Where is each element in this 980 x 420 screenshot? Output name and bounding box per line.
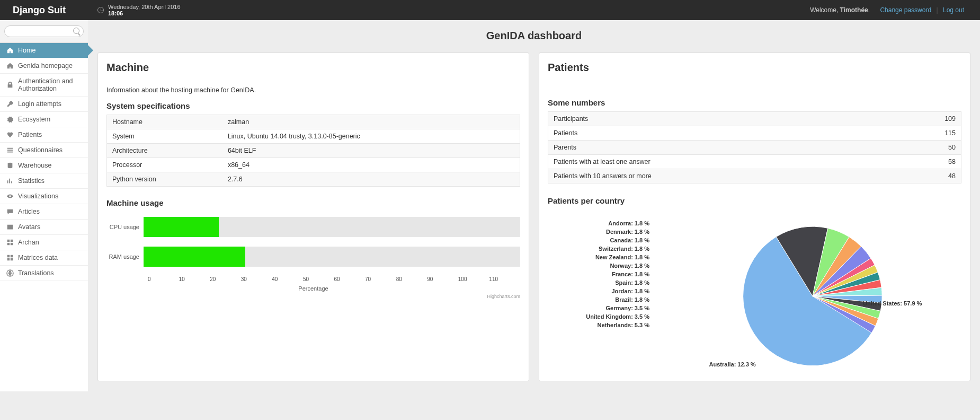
nav-label: Matrices data [18,254,58,261]
db-icon [6,162,14,169]
bar-row: RAM usage [106,247,520,267]
search-wrap [0,20,88,43]
bar-label: CPU usage [106,224,144,230]
search-input[interactable] [4,25,84,37]
nav-label: Avatars [18,223,40,231]
numbers-table: Participants109Patients115Parents50Patie… [548,111,961,183]
brand: Django Suit [13,5,97,16]
key-icon [6,100,14,108]
time-text: 18:06 [108,10,123,16]
nav-articles[interactable]: Articles [0,204,88,220]
number-val: 58 [930,155,961,169]
logout-link[interactable]: Log out [943,6,964,14]
nav-archan[interactable]: Archan [0,235,88,250]
spec-row: Hostnamezalman [107,115,520,129]
pie-label: Switzerland: 1.8 % [548,246,649,252]
number-val: 50 [930,141,961,155]
nav-patients[interactable]: Patients [0,127,88,143]
machine-title: Machine [106,62,520,74]
number-val: 109 [930,112,961,126]
change-password-link[interactable]: Change password [880,6,931,14]
nav-matrices-data[interactable]: Matrices data [0,250,88,266]
list-icon [6,146,14,154]
nav-visualizations[interactable]: Visualizations [0,189,88,204]
spec-row: SystemLinux, Ubuntu 14.04 trusty, 3.13.0… [107,129,520,144]
eye-icon [6,192,14,200]
chart-credit: Highcharts.com [106,294,520,299]
nav-label: Login attempts [18,100,61,108]
nav-questionnaires[interactable]: Questionnaires [0,143,88,158]
page-title: GenIDA dashboard [97,30,970,42]
number-key: Parents [548,141,930,155]
spec-key: Processor [107,158,222,172]
image-icon [6,223,14,231]
date-text: Wednesday, 20th April 2016 [108,4,181,10]
pie-label: Netherlands: 5.3 % [548,322,649,328]
nav-label: Questionnaires [18,146,63,154]
spec-row: Processorx86_64 [107,158,520,172]
user-area: Welcome, Timothée. Change password | Log… [810,6,967,14]
spec-key: Hostname [107,115,222,129]
nav-ecosystem[interactable]: Ecosystem [0,112,88,127]
pie-label: France: 1.8 % [548,271,649,277]
clock-icon [97,7,104,13]
bar-fill [144,247,245,267]
bars-icon [6,177,14,185]
spec-key: Python version [107,172,222,187]
grid-icon [6,239,14,246]
heart-icon [6,131,14,138]
pie-label: Denmark: 1.8 % [548,229,649,235]
machine-info: Information about the hosting machine fo… [106,86,520,94]
home-icon [6,62,14,69]
nav-genida-homepage[interactable]: Genida homepage [0,58,88,74]
grid-icon [6,254,14,261]
nav-label: Authentication and Authorization [18,77,82,92]
nav-label: Home [18,47,35,54]
nav-avatars[interactable]: Avatars [0,220,88,235]
nav-login-attempts[interactable]: Login attempts [0,97,88,112]
pie-label: Andorra: 1.8 % [548,220,649,226]
bar-track [144,217,520,237]
patients-title: Patients [548,62,961,74]
sidebar: HomeGenida homepageAuthentication and Au… [0,20,88,391]
number-row: Participants109 [548,112,961,126]
nav-label: Articles [18,208,40,215]
nav-label: Archan [18,239,39,246]
user-name: Timothée [840,6,868,14]
nav-label: Statistics [18,177,44,185]
nav-label: Genida homepage [18,62,73,69]
bar-axis: 0102030405060708090100110 [148,276,520,282]
usage-title: Machine usage [106,198,520,207]
bar-row: CPU usage [106,217,520,237]
nav-label: Ecosystem [18,116,50,123]
number-row: Patients with at least one answer58 [548,155,961,169]
bar-track [144,247,520,267]
globe-icon [6,269,14,277]
spec-title: System specifications [106,101,520,110]
pie-labels: Andorra: 1.8 %Denmark: 1.8 %Canada: 1.8 … [548,212,654,372]
nav-label: Translations [18,269,54,277]
nav-label: Patients [18,131,42,138]
pie-label-au: Australia: 12.3 % [709,361,756,368]
bar-label: RAM usage [106,253,144,260]
bar-chart: CPU usageRAM usage0102030405060708090100… [106,217,520,299]
patients-panel: Patients Some numbers Participants109Pat… [539,52,970,381]
content: GenIDA dashboard Machine Information abo… [88,20,980,391]
chat-icon [6,208,14,215]
nav-translations[interactable]: Translations [0,266,88,281]
nav-authentication-and-authorization[interactable]: Authentication and Authorization [0,74,88,97]
pie-label: Germany: 3.5 % [548,305,649,311]
lock-icon [6,81,14,89]
axis-title: Percentage [106,285,520,292]
spec-table: HostnamezalmanSystemLinux, Ubuntu 14.04 … [106,115,520,187]
number-key: Patients with at least one answer [548,155,930,169]
nav-home[interactable]: Home [0,43,88,58]
nav-warehouse[interactable]: Warehouse [0,158,88,173]
number-row: Parents50 [548,141,961,155]
pie-label: United Kingdom: 3.5 % [548,313,649,320]
spec-val: x86_64 [222,158,520,172]
nav-statistics[interactable]: Statistics [0,173,88,189]
pie-svg: United States: 57.9 %Australia: 12.3 % [654,212,961,372]
welcome-text: Welcome, [810,6,838,14]
nav-label: Warehouse [18,162,51,169]
